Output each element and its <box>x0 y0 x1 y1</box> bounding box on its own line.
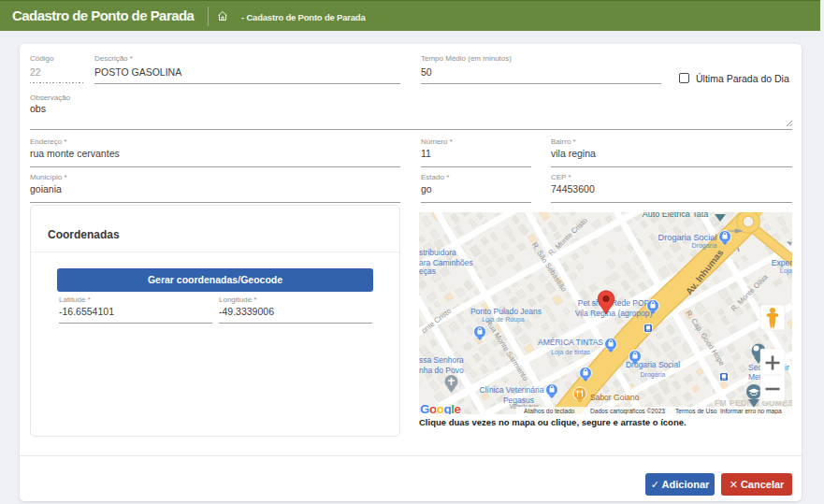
svg-text:nha do Povo: nha do Povo <box>419 366 464 375</box>
svg-text:Auto Elétrica Tata: Auto Elétrica Tata <box>643 212 708 219</box>
svg-text:AMÉRICA TINTAS: AMÉRICA TINTAS <box>538 338 603 347</box>
svg-text:Termos de Uso: Termos de Uso <box>675 408 717 414</box>
svg-text:Loja de Roupa: Loja de Roupa <box>482 316 525 324</box>
svg-text:Met: Met <box>748 372 762 382</box>
svg-text:Dados cartográficos ©2023: Dados cartográficos ©2023 <box>590 408 665 414</box>
svg-text:Atalhos do teclado: Atalhos do teclado <box>524 408 575 414</box>
svg-text:eças: eças <box>419 266 436 276</box>
svg-text:stribuidora: stribuidora <box>419 248 456 257</box>
svg-text:Ponto Pulado Jeans: Ponto Pulado Jeans <box>470 307 542 316</box>
svg-text:Loja: Loja <box>780 267 792 275</box>
svg-text:ir: ir <box>785 363 789 372</box>
svg-text:Sabor Goiano: Sabor Goiano <box>590 393 640 402</box>
svg-text:Drogaria: Drogaria <box>641 371 666 379</box>
svg-text:Vila Regina (agropop): Vila Regina (agropop) <box>575 309 653 318</box>
svg-text:Loja de tintas: Loja de tintas <box>551 349 590 356</box>
svg-text:Clínica Veterinária: Clínica Veterinária <box>480 385 544 395</box>
svg-text:Drogaria Social: Drogaria Social <box>658 233 717 242</box>
svg-text:Drogaria: Drogaria <box>692 242 717 250</box>
svg-text:Exper: Exper <box>772 258 792 267</box>
svg-text:Google: Google <box>420 402 462 415</box>
svg-text:Informar erro no mapa: Informar erro no mapa <box>720 408 782 414</box>
svg-text:ssa Senhora: ssa Senhora <box>419 355 464 365</box>
